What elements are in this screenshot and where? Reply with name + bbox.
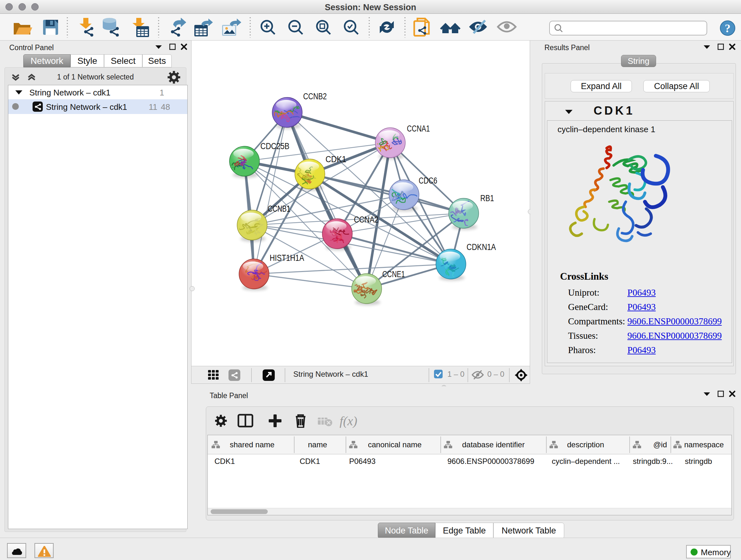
svg-text:CDK1: CDK1 [326, 154, 346, 164]
svg-text:CCNE1: CCNE1 [382, 269, 405, 279]
svg-text:CCNA1: CCNA1 [407, 124, 430, 133]
svg-text:HIST1H1A: HIST1H1A [270, 253, 304, 263]
svg-text:CDC25B: CDC25B [260, 141, 289, 151]
svg-text:CDC6: CDC6 [419, 176, 437, 186]
svg-text:CCNA2: CCNA2 [354, 215, 379, 225]
svg-text:RB1: RB1 [480, 193, 494, 203]
svg-text:?: ? [725, 22, 731, 35]
svg-text:CCNB2: CCNB2 [303, 91, 327, 101]
svg-text:CCNB1: CCNB1 [268, 204, 290, 213]
svg-text:CDKN1A: CDKN1A [467, 242, 496, 252]
svg-text:f(x): f(x) [340, 414, 357, 428]
